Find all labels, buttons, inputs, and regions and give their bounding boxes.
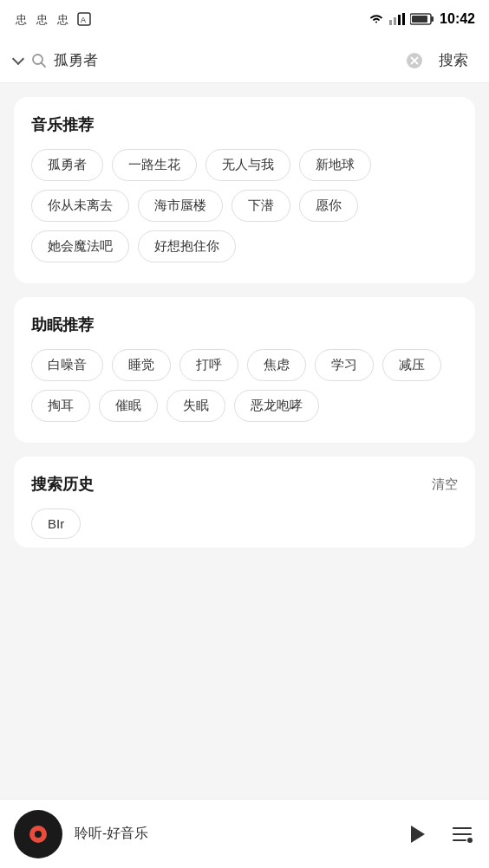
history-title: 搜索历史 bbox=[31, 474, 94, 495]
music-tags-wrap: 孤勇者 一路生花 无人与我 新地球 你从未离去 海市蜃楼 下潜 愿你 她会魔法吧… bbox=[31, 149, 458, 262]
music-tag-8[interactable]: 她会魔法吧 bbox=[31, 230, 129, 262]
clear-history-button[interactable]: 清空 bbox=[432, 476, 458, 493]
play-button[interactable] bbox=[401, 819, 432, 850]
wifi-icon bbox=[368, 13, 384, 25]
battery-icon bbox=[410, 13, 434, 25]
sim-icon: A bbox=[76, 11, 92, 27]
music-tag-2[interactable]: 无人与我 bbox=[205, 149, 290, 181]
search-bar: 孤勇者 搜索 bbox=[0, 38, 489, 83]
music-tag-3[interactable]: 新地球 bbox=[299, 149, 371, 181]
status-bar-right: 10:42 bbox=[368, 11, 475, 27]
player-title: 聆听-好音乐 bbox=[75, 825, 388, 843]
svg-text:忠: 忠 bbox=[15, 13, 27, 26]
music-tag-0[interactable]: 孤勇者 bbox=[31, 149, 103, 181]
carrier-icon-1: 忠 bbox=[14, 10, 31, 28]
music-tag-9[interactable]: 好想抱住你 bbox=[138, 230, 236, 262]
music-tag-4[interactable]: 你从未离去 bbox=[31, 190, 129, 222]
history-tags-wrap: BIr bbox=[31, 508, 458, 539]
svg-rect-11 bbox=[412, 16, 427, 23]
player-disc[interactable] bbox=[14, 810, 62, 858]
sleep-tag-0[interactable]: 白噪音 bbox=[31, 349, 103, 381]
status-bar: 忠 忠 忠 A bbox=[0, 0, 489, 38]
sleep-tag-2[interactable]: 打呼 bbox=[179, 349, 238, 381]
history-tag-0[interactable]: BIr bbox=[31, 508, 81, 539]
sleep-tag-7[interactable]: 催眠 bbox=[99, 390, 158, 422]
music-section-title: 音乐推荐 bbox=[31, 114, 458, 135]
status-time: 10:42 bbox=[440, 11, 475, 27]
chevron-down-icon bbox=[12, 52, 24, 64]
svg-rect-7 bbox=[398, 15, 401, 25]
playlist-button[interactable] bbox=[449, 821, 475, 847]
search-input-wrap: 孤勇者 bbox=[31, 50, 397, 70]
svg-rect-6 bbox=[394, 17, 396, 25]
sleep-tag-6[interactable]: 掏耳 bbox=[31, 390, 90, 422]
content-area: 音乐推荐 孤勇者 一路生花 无人与我 新地球 你从未离去 海市蜃楼 下潜 愿你 … bbox=[0, 83, 489, 788]
disc-inner bbox=[29, 826, 47, 843]
search-icon bbox=[31, 53, 47, 68]
player-bar: 聆听-好音乐 bbox=[0, 799, 489, 868]
svg-line-13 bbox=[42, 62, 46, 67]
svg-marker-17 bbox=[411, 826, 425, 843]
sleep-tag-4[interactable]: 学习 bbox=[315, 349, 374, 381]
search-clear-button[interactable] bbox=[406, 52, 423, 69]
carrier-icons: 忠 忠 忠 A bbox=[14, 10, 92, 28]
music-tag-7[interactable]: 愿你 bbox=[299, 190, 358, 222]
search-history-card: 搜索历史 清空 BIr bbox=[14, 457, 475, 547]
sleep-tag-3[interactable]: 焦虑 bbox=[247, 349, 306, 381]
music-recommendations-card: 音乐推荐 孤勇者 一路生花 无人与我 新地球 你从未离去 海市蜃楼 下潜 愿你 … bbox=[14, 97, 475, 283]
sleep-recommendations-card: 助眠推荐 白噪音 睡觉 打呼 焦虑 学习 减压 掏耳 催眠 失眠 恶龙咆哮 bbox=[14, 297, 475, 443]
svg-point-21 bbox=[467, 838, 473, 843]
sleep-tag-5[interactable]: 减压 bbox=[382, 349, 441, 381]
sleep-tags-wrap: 白噪音 睡觉 打呼 焦虑 学习 减压 掏耳 催眠 失眠 恶龙咆哮 bbox=[31, 349, 458, 422]
svg-rect-10 bbox=[431, 16, 434, 22]
signal-icon bbox=[389, 13, 405, 25]
play-icon bbox=[402, 820, 430, 848]
player-controls bbox=[401, 819, 475, 850]
search-query-text[interactable]: 孤勇者 bbox=[54, 50, 397, 70]
search-dropdown[interactable] bbox=[14, 55, 23, 67]
carrier-icon-2: 忠 bbox=[35, 10, 52, 28]
search-button[interactable]: 搜索 bbox=[432, 47, 475, 74]
svg-rect-5 bbox=[389, 20, 392, 25]
sleep-section-title: 助眠推荐 bbox=[31, 314, 458, 335]
history-header: 搜索历史 清空 bbox=[31, 474, 458, 495]
svg-text:A: A bbox=[81, 16, 86, 24]
carrier-icon-3: 忠 bbox=[55, 10, 73, 28]
svg-text:忠: 忠 bbox=[56, 13, 68, 26]
svg-rect-8 bbox=[402, 13, 405, 25]
playlist-icon bbox=[450, 822, 474, 846]
svg-text:忠: 忠 bbox=[36, 13, 48, 26]
sleep-tag-9[interactable]: 恶龙咆哮 bbox=[234, 390, 319, 422]
music-tag-6[interactable]: 下潜 bbox=[231, 190, 290, 222]
music-tag-1[interactable]: 一路生花 bbox=[112, 149, 197, 181]
sleep-tag-8[interactable]: 失眠 bbox=[166, 390, 225, 422]
sleep-tag-1[interactable]: 睡觉 bbox=[112, 349, 171, 381]
status-bar-left: 忠 忠 忠 A bbox=[14, 10, 92, 28]
disc-center bbox=[35, 831, 42, 838]
music-tag-5[interactable]: 海市蜃楼 bbox=[138, 190, 223, 222]
